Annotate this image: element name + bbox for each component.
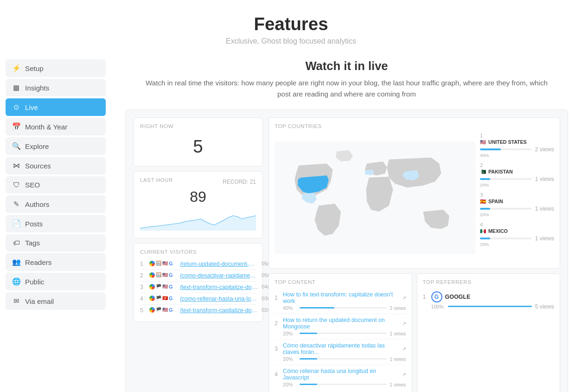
- content-link[interactable]: How to fix text-transform: capitalize do…: [283, 291, 399, 304]
- visitor-url[interactable]: /como-desactivar-rapidamente-todas-las-c…: [180, 272, 259, 279]
- page-title: Features: [0, 14, 582, 34]
- country-rank: 1: [480, 133, 554, 138]
- content-link[interactable]: Cómo desactivar rápidamente todas las cl…: [283, 342, 399, 355]
- content-views: 2 views: [390, 305, 406, 311]
- country-flag: 🇺🇸: [480, 139, 486, 145]
- sidebar-item-seo[interactable]: 🛡SEO: [6, 176, 106, 193]
- current-visitors-label: CURRENT VISITORS: [140, 249, 256, 255]
- country-views: 1 views: [535, 206, 554, 212]
- visitor-url[interactable]: /return-updated-document-mongoose/ ↗: [180, 261, 259, 267]
- country-bar: 1 views: [480, 176, 554, 182]
- sidebar: ⚡Setup▦Insights⊙Live📅Month & Year🔍Explor…: [0, 55, 111, 392]
- country-rank: 4: [480, 222, 554, 227]
- sidebar-item-explore[interactable]: 🔍Explore: [6, 137, 106, 155]
- sidebar-label-live: Live: [25, 103, 38, 111]
- content-link[interactable]: Cómo rellenar hasta una longitud en Java…: [283, 368, 399, 381]
- left-panel: RIGHT NOW 5 LAST HOUR RECORD: 21 89: [133, 117, 263, 392]
- content-views: 1 views: [390, 331, 406, 336]
- right-now-value: 5: [140, 133, 256, 161]
- visitor-info: /como-desactivar-rapidamente-todas-las-c…: [180, 272, 259, 279]
- country-flag: 🇲🇽: [480, 228, 486, 234]
- country-item: 4 🇲🇽 MEXICO 1 views 20%: [480, 222, 554, 247]
- country-label: SPAIN: [488, 199, 503, 204]
- flag-icon: 🇺🇸: [162, 284, 168, 289]
- google-icon: G: [169, 284, 173, 289]
- visitor-rank: 3: [140, 284, 147, 290]
- country-pct: 20%: [480, 182, 554, 187]
- chrome-icon: [149, 284, 155, 289]
- sidebar-label-seo: SEO: [25, 181, 40, 189]
- sidebar-label-tags: Tags: [25, 239, 40, 247]
- content-pct: 20%: [283, 331, 297, 336]
- content-pct: 20%: [283, 356, 297, 362]
- via-email-icon: ✉: [12, 297, 20, 305]
- page-header: Features Exclusive, Ghost blog focused a…: [0, 0, 582, 55]
- flag-icon: 🇺🇸: [162, 261, 168, 266]
- posts-icon: 📄: [12, 219, 20, 228]
- referrer-views: 5 views: [535, 303, 554, 310]
- right-panel: TOP COUNTRIES: [269, 117, 560, 392]
- visitor-url[interactable]: /como-rellenar-hasta-una-longitud-en-jav…: [180, 296, 259, 302]
- readers-icon: 👥: [12, 258, 20, 266]
- sidebar-item-live[interactable]: ⊙Live: [6, 98, 106, 116]
- sidebar-label-readers: Readers: [25, 258, 51, 266]
- chrome-icon: [149, 272, 155, 278]
- sidebar-item-public[interactable]: 🌐Public: [6, 273, 106, 290]
- content-rank: 4: [275, 371, 280, 378]
- sidebar-label-month-year: Month & Year: [25, 123, 67, 131]
- google-icon: G: [169, 261, 173, 266]
- content-rank: 2: [275, 320, 280, 327]
- sidebar-label-authors: Authors: [25, 200, 49, 208]
- sidebar-item-authors[interactable]: ✎Authors: [6, 195, 106, 213]
- country-label: MEXICO: [488, 228, 508, 234]
- sidebar-item-posts[interactable]: 📄Posts: [6, 215, 106, 232]
- country-name: 🇲🇽 MEXICO: [480, 228, 554, 234]
- sparkline-chart: [140, 207, 256, 231]
- sidebar-item-readers[interactable]: 👥Readers: [6, 253, 106, 271]
- country-bar-bg: [480, 148, 532, 150]
- current-visitors-widget: CURRENT VISITORS 1 🪟 🇺🇸 G /return-update…: [133, 243, 263, 322]
- flag-icon: 🇺🇸: [162, 307, 168, 312]
- visitor-item: 4 🏴 🇭🇰 G /como-rellenar-hasta-una-longit…: [140, 293, 256, 305]
- sidebar-item-tags[interactable]: 🏷Tags: [6, 234, 106, 251]
- sidebar-label-sources: Sources: [25, 162, 51, 170]
- sidebar-item-month-year[interactable]: 📅Month & Year: [6, 118, 106, 135]
- sources-icon: ⋈: [12, 161, 20, 170]
- last-hour-record: RECORD: 21: [223, 179, 256, 185]
- sidebar-item-via-email[interactable]: ✉Via email: [6, 292, 106, 310]
- visitor-item: 3 🏴 🇺🇸 G /text-transform-capitalize-does…: [140, 282, 256, 293]
- sidebar-item-setup[interactable]: ⚡Setup: [6, 59, 106, 77]
- section-description: Watch in real time the visitors: how man…: [145, 77, 549, 100]
- content-bar-fill: [300, 333, 317, 334]
- visitor-list: 1 🪟 🇺🇸 G /return-updated-document-mongoo…: [140, 258, 256, 316]
- google-logo: G: [431, 291, 442, 302]
- os-icon: 🪟: [156, 272, 161, 277]
- content-bar-bg: [300, 307, 387, 308]
- chrome-icon: [149, 261, 155, 266]
- external-link-icon: ↗: [402, 346, 406, 352]
- content-views: 1 views: [390, 356, 406, 362]
- countries-list: 1 🇺🇸 UNITED STATES 2 views 40% 2 🇵🇰 PAKI…: [480, 133, 554, 263]
- right-now-widget: RIGHT NOW 5: [133, 117, 263, 167]
- sidebar-item-sources[interactable]: ⋈Sources: [6, 157, 106, 174]
- country-item: 1 🇺🇸 UNITED STATES 2 views 40%: [480, 133, 554, 158]
- country-rank: 3: [480, 192, 554, 198]
- country-bar-bg: [480, 178, 532, 180]
- referrer-item: 1 G GOOGLE 100% 5 views: [423, 289, 555, 313]
- visitor-url[interactable]: /text-transform-capitalize-doesnt-work/ …: [180, 307, 259, 314]
- content-link[interactable]: How to return the updated document on Mo…: [283, 317, 399, 330]
- visitor-info: /como-rellenar-hasta-una-longitud-en-jav…: [180, 296, 259, 302]
- visitor-url[interactable]: /text-transform-capitalize-doesnt-work/ …: [180, 284, 259, 290]
- last-hour-label: LAST HOUR: [140, 177, 173, 183]
- tags-icon: 🏷: [12, 239, 20, 247]
- visitor-item: 1 🪟 🇺🇸 G /return-updated-document-mongoo…: [140, 258, 256, 270]
- content-item: 3 Cómo desactivar rápidamente todas las …: [275, 340, 406, 365]
- flag-icon: 🇺🇸: [162, 272, 168, 277]
- content-bar-bg: [300, 358, 387, 360]
- country-pct: 40%: [480, 153, 554, 158]
- country-item: 3 🇪🇸 SPAIN 1 views 20%: [480, 192, 554, 217]
- sidebar-label-explore: Explore: [25, 142, 49, 150]
- sidebar-item-insights[interactable]: ▦Insights: [6, 79, 106, 96]
- right-now-label: RIGHT NOW: [140, 123, 256, 129]
- content-bar-fill: [300, 358, 317, 360]
